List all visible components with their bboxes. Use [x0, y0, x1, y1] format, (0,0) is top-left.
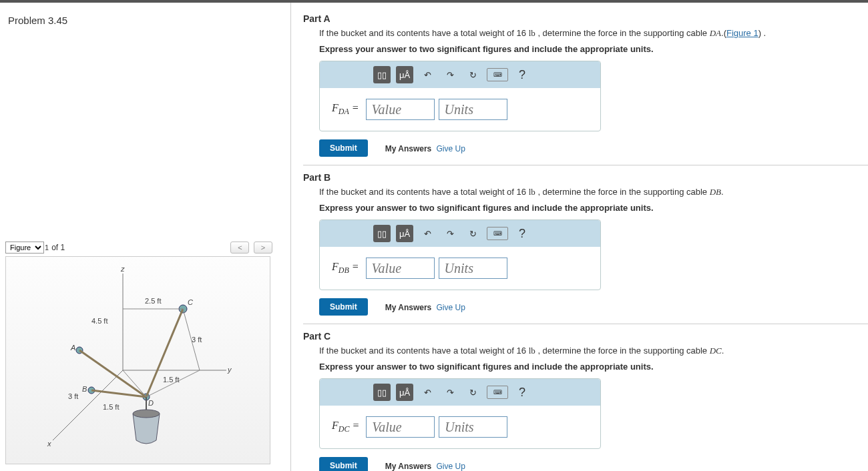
dim-0: 4.5 ft — [91, 317, 107, 325]
keyboard-icon[interactable]: ⌨ — [487, 68, 508, 81]
svg-line-8 — [146, 309, 183, 397]
template-icon[interactable]: ▯▯ — [373, 225, 391, 242]
dim-1: 2.5 ft — [145, 297, 161, 305]
units-icon[interactable]: μÅ — [396, 66, 413, 83]
part-C-toolbar: ▯▯ μÅ ↶ ↷ ↻ ⌨ ? — [320, 379, 600, 406]
part-A-value-input[interactable] — [366, 99, 435, 120]
part-C-my-answers[interactable]: My Answers — [385, 462, 432, 471]
part-B-submit-button[interactable]: Submit — [319, 298, 368, 316]
part-B-title: Part B — [303, 172, 868, 183]
part-C-submit-button[interactable]: Submit — [319, 457, 368, 471]
part-A-answer-box: ▯▯ μÅ ↶ ↷ ↻ ⌨ ? FDA = — [319, 61, 601, 131]
keyboard-icon[interactable]: ⌨ — [487, 227, 508, 240]
figure-prev-button[interactable]: < — [230, 242, 249, 254]
figure-next-button[interactable]: > — [254, 242, 272, 254]
part-B-instruction: Express your answer to two significant f… — [319, 203, 868, 213]
part-C-var-label: FDC = — [332, 420, 359, 434]
undo-icon[interactable]: ↶ — [419, 384, 436, 401]
part-C-units-input[interactable] — [439, 416, 507, 438]
pt-C: C — [188, 298, 193, 306]
part-B-toolbar: ▯▯ μÅ ↶ ↷ ↻ ⌨ ? — [320, 220, 600, 247]
undo-icon[interactable]: ↶ — [419, 66, 436, 83]
dim-2: 3 ft — [192, 336, 202, 344]
keyboard-icon[interactable]: ⌨ — [487, 386, 508, 399]
problem-title: Problem 3.45 — [8, 15, 285, 26]
part-A-toolbar: ▯▯ μÅ ↶ ↷ ↻ ⌨ ? — [320, 61, 600, 88]
dim-4: 3 ft — [68, 392, 78, 400]
section-divider — [303, 165, 868, 165]
part-A-my-answers[interactable]: My Answers — [385, 144, 432, 153]
reset-icon[interactable]: ↻ — [464, 384, 481, 401]
figure-number: 1 — [45, 244, 49, 252]
dim-5: 1.5 ft — [103, 403, 119, 411]
part-C-value-input[interactable] — [366, 416, 435, 438]
template-icon[interactable]: ▯▯ — [373, 66, 391, 83]
part-A-give-up[interactable]: Give Up — [437, 144, 465, 153]
help-icon[interactable]: ? — [513, 225, 531, 242]
pt-A: A — [71, 344, 75, 352]
figure-canvas: z y x A B C D 4.5 ft 2.5 ft 3 ft 1.5 ft … — [5, 256, 270, 464]
redo-icon[interactable]: ↷ — [441, 225, 459, 242]
part-B-give-up[interactable]: Give Up — [437, 303, 465, 312]
figure-of-text: of 1 — [51, 243, 65, 252]
pt-D: D — [148, 399, 154, 407]
part-A-var-label: FDA = — [332, 102, 359, 117]
axis-x-label: x — [47, 440, 51, 448]
axis-y-label: y — [228, 366, 232, 374]
part-A-prompt: If the bucket and its contents have a to… — [319, 28, 868, 39]
part-B-answer-box: ▯▯ μÅ ↶ ↷ ↻ ⌨ ? FDB = — [319, 219, 601, 290]
part-A-instruction: Express your answer to two significant f… — [319, 44, 868, 54]
part-B-var-label: FDB = — [332, 261, 359, 276]
reset-icon[interactable]: ↻ — [464, 225, 481, 242]
pt-B: B — [82, 385, 87, 393]
part-B-units-input[interactable] — [439, 258, 507, 279]
dim-3: 1.5 ft — [163, 376, 179, 384]
part-C-instruction: Express your answer to two significant f… — [319, 362, 868, 372]
part-B-prompt: If the bucket and its contents have a to… — [319, 187, 868, 197]
section-divider — [303, 324, 868, 324]
undo-icon[interactable]: ↶ — [419, 225, 436, 242]
figure-link[interactable]: Figure 1 — [726, 28, 758, 38]
units-icon[interactable]: μÅ — [396, 225, 413, 242]
part-B-value-input[interactable] — [366, 258, 435, 279]
figure-select[interactable]: Figure — [5, 242, 44, 254]
part-C-prompt: If the bucket and its contents have a to… — [319, 346, 868, 356]
units-icon[interactable]: μÅ — [396, 384, 413, 401]
figure-svg — [6, 257, 270, 464]
svg-line-14 — [146, 370, 200, 397]
help-icon[interactable]: ? — [513, 66, 531, 83]
part-C-answer-box: ▯▯ μÅ ↶ ↷ ↻ ⌨ ? FDC = — [319, 378, 601, 449]
template-icon[interactable]: ▯▯ — [373, 384, 391, 401]
redo-icon[interactable]: ↷ — [441, 384, 459, 401]
axis-z-label: z — [121, 265, 125, 273]
part-B-my-answers[interactable]: My Answers — [385, 303, 432, 312]
part-C-give-up[interactable]: Give Up — [437, 462, 465, 471]
figure-panel: Figure 1 of 1 < > — [5, 242, 272, 464]
part-A-submit-button[interactable]: Submit — [319, 139, 368, 157]
svg-point-11 — [133, 410, 160, 418]
redo-icon[interactable]: ↷ — [441, 66, 459, 83]
part-A-units-input[interactable] — [439, 99, 507, 120]
part-C-title: Part C — [303, 331, 868, 342]
part-A-title: Part A — [303, 13, 868, 24]
reset-icon[interactable]: ↻ — [464, 66, 481, 83]
help-icon[interactable]: ? — [513, 384, 531, 401]
